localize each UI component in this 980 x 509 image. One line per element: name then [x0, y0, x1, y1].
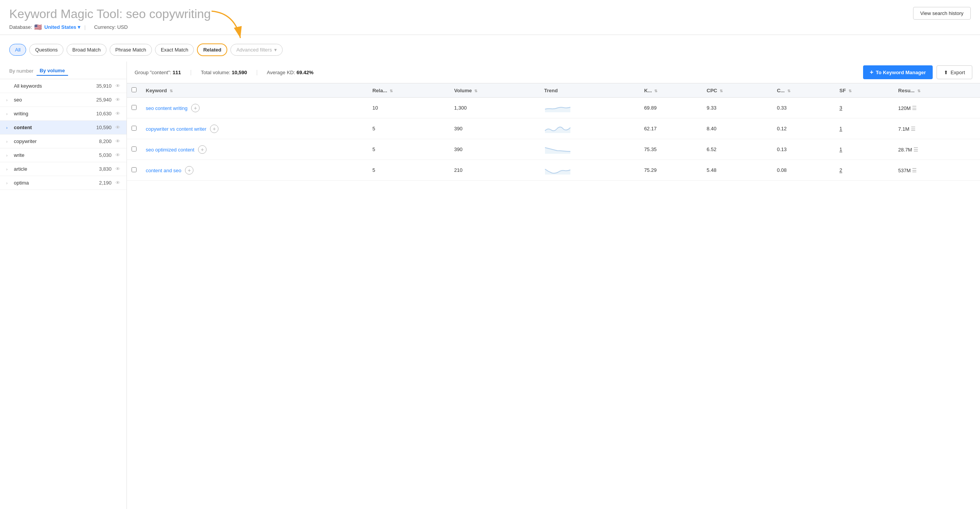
eye-icon[interactable]: 👁 — [115, 125, 120, 130]
eye-icon[interactable]: 👁 — [115, 166, 120, 172]
filter-phrase-match-button[interactable]: Phrase Match — [110, 44, 152, 56]
sidebar-item-all-keywords[interactable]: All keywords 35,910 👁 — [0, 79, 127, 93]
row-checkbox[interactable] — [132, 126, 137, 131]
sf-cell: 3 — [835, 98, 894, 118]
filter-related-button[interactable]: Related — [197, 43, 227, 56]
sidebar-item-article[interactable]: › article 3,830 👁 — [0, 162, 127, 176]
country-selector[interactable]: United States ▾ — [44, 24, 80, 30]
table-actions: + To Keyword Manager ⬆ Export — [863, 65, 972, 79]
com-column-header[interactable]: C... ⇅ — [772, 83, 835, 98]
row-checkbox-cell[interactable] — [127, 118, 141, 139]
add-keyword-icon[interactable]: + — [210, 125, 218, 133]
kd-cell: 62.17 — [640, 118, 702, 139]
kd-cell: 75.29 — [640, 160, 702, 181]
keyword-cell: copywriter vs content writer + — [141, 118, 368, 139]
avg-kd-stat: Average KD: 69.42% — [267, 70, 313, 75]
chevron-down-icon: ▾ — [274, 47, 277, 53]
page-header: Keyword Magic Tool: seo copywriting Data… — [0, 0, 980, 35]
header-separator — [0, 35, 980, 35]
results-column-header[interactable]: Resu... ⇅ — [893, 83, 980, 98]
chevron-right-icon: › — [6, 125, 11, 130]
row-checkbox-cell[interactable] — [127, 98, 141, 118]
keyword-cell: content and seo + — [141, 160, 368, 181]
keyword-link[interactable]: seo content writing — [146, 105, 187, 111]
currency-label: Currency: USD — [94, 24, 128, 30]
export-button[interactable]: ⬆ Export — [937, 65, 972, 79]
add-keyword-icon[interactable]: + — [191, 104, 200, 112]
trend-cell — [540, 139, 640, 160]
sidebar-keyword-label: writing — [14, 111, 96, 116]
keywords-table: Keyword ⇅ Rela... ⇅ Volume ⇅ Trend K... … — [127, 83, 980, 181]
filter-exact-match-button[interactable]: Exact Match — [155, 44, 194, 56]
eye-icon[interactable]: 👁 — [115, 180, 120, 186]
sidebar-item-optima[interactable]: › optima 2,190 👁 — [0, 176, 127, 190]
row-checkbox-cell[interactable] — [127, 139, 141, 160]
keyword-link[interactable]: seo optimized content — [146, 147, 194, 153]
sidebar-keyword-count: 10,630 — [96, 111, 112, 116]
sort-by-volume-button[interactable]: By volume — [37, 66, 68, 76]
table-row: seo optimized content + 5 390 75.35 6.52… — [127, 139, 980, 160]
database-label: Database: — [9, 24, 32, 30]
chevron-right-icon: › — [6, 139, 11, 144]
chevron-right-icon: › — [6, 167, 11, 171]
filter-all-button[interactable]: All — [9, 44, 26, 56]
page-title: Keyword Magic Tool: seo copywriting — [9, 7, 211, 21]
relatedness-cell: 5 — [368, 160, 450, 181]
sidebar-item-copywriter[interactable]: › copywriter 8,200 👁 — [0, 135, 127, 148]
add-keyword-icon[interactable]: + — [185, 166, 193, 175]
keyword-link[interactable]: copywriter vs content writer — [146, 126, 207, 132]
content-area: By number By volume All keywords 35,910 … — [0, 62, 980, 509]
keyword-link[interactable]: content and seo — [146, 168, 182, 173]
to-keyword-manager-button[interactable]: + To Keyword Manager — [863, 65, 933, 79]
volume-cell: 1,300 — [450, 98, 540, 118]
results-doc-icon[interactable]: ☰ — [912, 167, 917, 173]
add-keyword-icon[interactable]: + — [198, 145, 207, 154]
select-all-checkbox[interactable] — [132, 87, 137, 92]
results-doc-icon[interactable]: ☰ — [912, 105, 917, 111]
sidebar-keyword-label: seo — [14, 97, 96, 103]
trend-column-header: Trend — [540, 83, 640, 98]
row-checkbox[interactable] — [132, 105, 137, 110]
sidebar-item-write[interactable]: › write 5,030 👁 — [0, 148, 127, 162]
eye-icon[interactable]: 👁 — [115, 111, 120, 116]
results-doc-icon[interactable]: ☰ — [911, 126, 916, 132]
view-history-button[interactable]: View search history — [913, 7, 971, 20]
volume-column-header[interactable]: Volume ⇅ — [450, 83, 540, 98]
row-checkbox[interactable] — [132, 146, 137, 151]
filter-broad-match-button[interactable]: Broad Match — [67, 44, 107, 56]
eye-icon[interactable]: 👁 — [115, 97, 120, 103]
sidebar-keyword-count: 5,030 — [99, 152, 112, 158]
results-cell: 28.7M ☰ — [893, 139, 980, 160]
relatedness-cell: 5 — [368, 118, 450, 139]
filter-questions-button[interactable]: Questions — [29, 44, 63, 56]
volume-cell: 210 — [450, 160, 540, 181]
sidebar-item-content[interactable]: › content 10,590 👁 — [0, 121, 127, 135]
row-checkbox[interactable] — [132, 167, 137, 172]
sort-by-number-button[interactable]: By number — [6, 66, 37, 76]
cpc-column-header[interactable]: CPC ⇅ — [702, 83, 772, 98]
results-doc-icon[interactable]: ☰ — [913, 146, 918, 153]
keyword-column-header[interactable]: Keyword ⇅ — [141, 83, 368, 98]
kd-column-header[interactable]: K... ⇅ — [640, 83, 702, 98]
sidebar-keyword-count: 25,940 — [96, 97, 112, 103]
cpc-cell: 9.33 — [702, 98, 772, 118]
relatedness-column-header[interactable]: Rela... ⇅ — [368, 83, 450, 98]
select-all-header[interactable] — [127, 83, 141, 98]
eye-icon[interactable]: 👁 — [115, 83, 120, 89]
advanced-filters-button[interactable]: Advanced filters ▾ — [230, 44, 283, 56]
com-cell: 0.13 — [772, 139, 835, 160]
keyword-cell: seo optimized content + — [141, 139, 368, 160]
relatedness-cell: 10 — [368, 98, 450, 118]
sidebar-item-writing[interactable]: › writing 10,630 👁 — [0, 107, 127, 121]
sidebar-keyword-count: 3,830 — [99, 166, 112, 172]
sidebar-item-seo[interactable]: › seo 25,940 👁 — [0, 93, 127, 107]
chevron-right-icon: › — [6, 98, 11, 102]
row-checkbox-cell[interactable] — [127, 160, 141, 181]
results-cell: 7.1M ☰ — [893, 118, 980, 139]
sidebar-keyword-count: 2,190 — [99, 180, 112, 186]
sf-column-header[interactable]: SF ⇅ — [835, 83, 894, 98]
eye-icon[interactable]: 👁 — [115, 152, 120, 158]
total-volume-stat: Total volume: 10,590 — [201, 70, 247, 75]
sidebar-keyword-count: 10,590 — [96, 125, 112, 130]
eye-icon[interactable]: 👁 — [115, 138, 120, 144]
